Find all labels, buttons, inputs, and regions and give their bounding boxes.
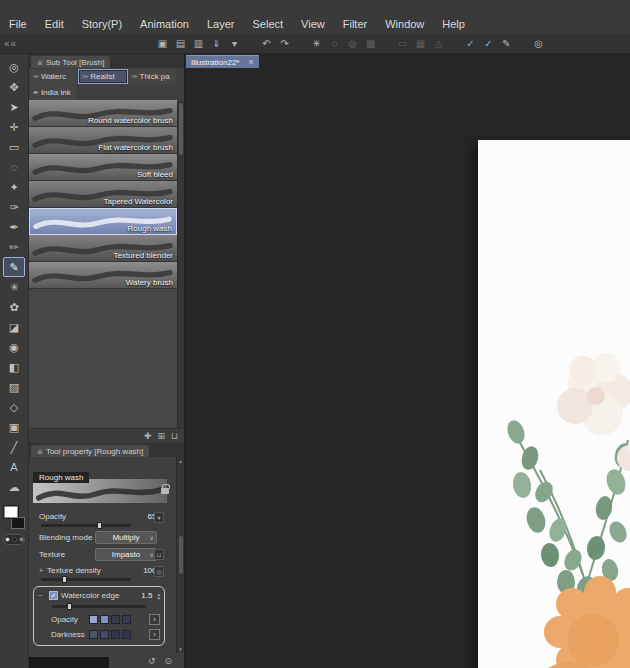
brush-row-watery-brush[interactable]: Watery brush — [29, 262, 177, 289]
slider-thumb[interactable] — [62, 576, 67, 583]
texture-dropdown[interactable]: Impasto ∨ — [95, 548, 157, 561]
main-color-swatch[interactable] — [3, 505, 19, 519]
snap-to-ruler-icon[interactable]: ✓ — [464, 38, 477, 49]
brush-row-tapered-watercolor[interactable]: Tapered Watercolor — [29, 181, 177, 208]
scrollbar-thumb[interactable] — [179, 103, 183, 155]
tool-pencil-icon[interactable]: ✏ — [3, 237, 25, 257]
redo-icon[interactable]: ↷ — [278, 38, 291, 49]
tool-eyedropper-icon[interactable]: ✑ — [3, 197, 25, 217]
wc-darkness-swatch[interactable] — [111, 630, 120, 639]
wc-opacity-swatch[interactable] — [89, 615, 98, 624]
collapsed-panel-bar[interactable] — [29, 657, 109, 668]
selection-launcher-icon[interactable]: ▩ — [364, 38, 377, 49]
menu-item-layer[interactable]: Layer — [198, 16, 244, 32]
tool-layer-move-icon[interactable]: ✛ — [3, 117, 25, 137]
scale-rotate-icon[interactable]: ▭ — [396, 38, 409, 49]
brush-row-round-watercolor[interactable]: Round watercolor brush — [29, 100, 177, 127]
menu-item-window[interactable]: Window — [376, 16, 433, 32]
spin-down-icon[interactable]: ▾ — [157, 596, 160, 600]
menu-item-view[interactable]: View — [292, 16, 334, 32]
scrollbar-thumb[interactable] — [179, 536, 183, 574]
save-more-icon[interactable]: ▾ — [228, 38, 241, 49]
brush-row-soft-bleed[interactable]: Soft bleed — [29, 154, 177, 181]
clear-selection-icon[interactable]: ✳ — [310, 38, 323, 49]
invert-selection-icon[interactable]: ◍ — [346, 38, 359, 49]
menu-item-edit[interactable]: Edit — [36, 16, 73, 32]
color-mode-pill[interactable] — [3, 534, 25, 545]
tool-property-scrollbar[interactable]: ▴ ▾ — [176, 457, 184, 653]
panel-menu-icon[interactable]: ≣ — [37, 59, 43, 67]
liquify-icon[interactable]: ◬ — [432, 38, 445, 49]
new-canvas-icon[interactable]: ▤ — [174, 38, 187, 49]
tool-fill-icon[interactable]: ◧ — [3, 357, 25, 377]
start-screen-icon[interactable]: ▣ — [156, 38, 169, 49]
tool-zoom-icon[interactable]: ◎ — [3, 57, 25, 77]
brush-row-flat-watercolor[interactable]: Flat watercolor brush — [29, 127, 177, 154]
tab-india-ink[interactable]: ✒ India ink — [30, 85, 76, 100]
menu-item-file[interactable]: File — [0, 16, 36, 32]
pen-pressure-icon[interactable]: ✎ — [500, 38, 513, 49]
mesh-transform-icon[interactable]: ▦ — [414, 38, 427, 49]
tool-airbrush-icon[interactable]: ✳ — [3, 277, 25, 297]
wc-darkness-detail-icon[interactable]: › — [149, 629, 160, 640]
sub-tool-panel-title-tab[interactable]: ≣ Sub Tool [Brush] — [31, 56, 110, 68]
open-file-icon[interactable]: ▥ — [192, 38, 205, 49]
texture-density-slider[interactable] — [41, 578, 131, 581]
canvas-page[interactable] — [478, 140, 630, 668]
tool-brush-icon[interactable]: ✎ — [3, 257, 25, 277]
tool-balloon-icon[interactable]: ☁ — [3, 477, 25, 497]
wc-darkness-swatch[interactable] — [100, 630, 109, 639]
collapse-right-icon[interactable]: « — [11, 38, 17, 49]
slider-thumb[interactable] — [97, 522, 102, 529]
opacity-slider[interactable] — [41, 524, 131, 527]
slider-thumb[interactable] — [67, 603, 72, 610]
expand-icon[interactable]: + — [39, 567, 47, 574]
undo-icon[interactable]: ↶ — [260, 38, 273, 49]
watercolor-edge-stepper[interactable]: ▴ ▾ — [157, 592, 160, 600]
wc-darkness-swatch[interactable] — [89, 630, 98, 639]
collapse-icon[interactable]: − — [38, 592, 46, 599]
tool-operation-icon[interactable]: ➤ — [3, 97, 25, 117]
panel-collapse-arrows[interactable]: « « — [0, 38, 28, 49]
tool-blend-icon[interactable]: ◉ — [3, 337, 25, 357]
tool-pen-icon[interactable]: ✒ — [3, 217, 25, 237]
tool-frame-border-icon[interactable]: ▣ — [3, 417, 25, 437]
scroll-up-icon[interactable]: ▴ — [179, 458, 182, 464]
delete-subtool-icon[interactable]: ⊔ — [171, 431, 178, 441]
tab-realistic[interactable]: ✑ Realist — [78, 69, 127, 84]
main-color-dot[interactable] — [5, 537, 10, 542]
tool-property-title-tab[interactable]: ≣ Tool property [Rough wash] — [31, 445, 149, 457]
reset-to-default-icon[interactable]: ↺ — [148, 656, 156, 666]
snap-to-special-ruler-icon[interactable]: ✓ — [482, 38, 495, 49]
texture-density-link-icon[interactable]: ◎ — [154, 566, 164, 577]
sub-tool-scrollbar[interactable] — [177, 101, 184, 428]
tool-marquee-select-icon[interactable]: ▭ — [3, 137, 25, 157]
tool-property-header[interactable]: ≣ Tool property [Rough wash] — [29, 443, 184, 457]
tool-lasso-select-icon[interactable]: ◌ — [3, 157, 25, 177]
tool-figure-icon[interactable]: ◇ — [3, 397, 25, 417]
scroll-down-icon[interactable]: ▾ — [179, 646, 182, 652]
menu-item-animation[interactable]: Animation — [131, 16, 198, 32]
watercolor-edge-value[interactable]: 1.5 — [141, 591, 152, 600]
opacity-indicator-toggle-icon[interactable]: ▾ — [154, 512, 164, 523]
sub-color-dot[interactable] — [12, 537, 17, 542]
wc-opacity-detail-icon[interactable]: › — [149, 614, 160, 625]
tool-text-icon[interactable]: A — [3, 457, 25, 477]
tab-watercolor[interactable]: ✑ Waterc — [30, 69, 77, 84]
menu-item-select[interactable]: Select — [244, 16, 293, 32]
lock-icon[interactable] — [161, 488, 169, 494]
register-settings-icon[interactable]: ⊙ — [164, 656, 172, 666]
new-subtool-icon[interactable]: ✚ — [144, 431, 152, 441]
transparent-color-dot[interactable] — [19, 537, 24, 542]
save-file-icon[interactable]: ⇓ — [210, 38, 223, 49]
brush-row-textured-blender[interactable]: Textured blender — [29, 235, 177, 262]
tool-move-icon[interactable]: ✥ — [3, 77, 25, 97]
canvas-area[interactable]: Illustration22* × — [185, 54, 630, 668]
menu-item-filter[interactable]: Filter — [334, 16, 376, 32]
quick-access-icon[interactable]: ◎ — [532, 38, 545, 49]
menu-item-story[interactable]: Story(P) — [73, 16, 131, 32]
panel-menu-icon[interactable]: ≣ — [37, 448, 43, 456]
tool-auto-select-icon[interactable]: ✦ — [3, 177, 25, 197]
wc-opacity-swatch[interactable] — [111, 615, 120, 624]
watercolor-edge-slider[interactable] — [52, 603, 156, 610]
